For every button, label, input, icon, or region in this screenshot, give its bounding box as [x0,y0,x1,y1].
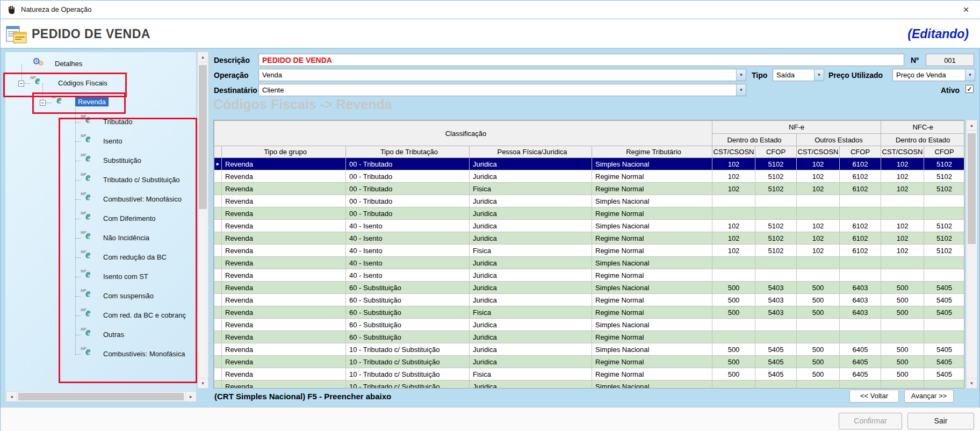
grid-row[interactable]: Revenda40 - IsentoFisicaRegime Normal102… [214,245,965,257]
grid-cell: 6102 [840,220,881,232]
grid-row[interactable]: ►Revenda00 - TributadoJuridicaSimples Na… [214,158,965,170]
grid-cell: Fisica [470,245,592,257]
tree-item-tributado-c-substitui-o[interactable]: NFeTributado c/ Substituição [5,174,196,186]
nfe-icon: NFe [81,328,99,341]
nfe-icon: NFe [81,347,99,360]
grid-row[interactable]: Revenda40 - IsentoJuridicaSimples Nacion… [214,257,965,269]
nfe-icon: NFe [81,154,99,167]
tree-expander-icon[interactable] [40,100,46,106]
tree-item-n-o-incid-ncia[interactable]: NFeNão Incidência [5,232,196,245]
destinatario-label: Destinatário [214,86,257,95]
grid-row[interactable]: Revenda00 - TributadoJuridicaSimples Nac… [214,195,965,207]
grid-row[interactable]: Revenda60 - SubstituiçãoJuridicaRegime N… [214,331,965,343]
grid-cell: Juridica [470,269,592,282]
grid-row[interactable]: Revenda10 - Tributado c/ SubstituiçãoJur… [214,356,965,368]
tree-item-detalhes[interactable]: ⚙⚙Detalhes [5,58,196,70]
tree-item-isento[interactable]: NFeIsento [5,135,196,148]
tree-item-combust-vel-monof-sico[interactable]: NFeCombustível: Monofásico [5,193,196,206]
tipo-combo[interactable]: Saída ▼ [773,69,824,81]
grid-cell [881,319,924,331]
tree-vscrollbar-track[interactable]: ▲ ▼ [197,52,208,389]
scroll-up-icon[interactable]: ▲ [966,120,977,131]
grid-row[interactable]: Revenda60 - SubstituiçãoJuridicaRegime N… [214,294,965,306]
scroll-left-icon[interactable]: ◄ [6,391,17,402]
tree-item-tributado[interactable]: NFeTributado [5,116,196,128]
grid-cell: Revenda [222,343,346,356]
scroll-down-icon[interactable]: ▼ [966,378,977,389]
tree-hscrollbar-track[interactable]: ◄ ► [5,391,196,402]
sair-button[interactable]: Sair [907,413,974,429]
chevron-down-icon[interactable]: ▼ [814,69,824,81]
grid-row[interactable]: Revenda60 - SubstituiçãoJuridicaSimples … [214,282,965,294]
grid-row[interactable]: Revenda40 - IsentoJuridicaRegime Normal1… [214,232,965,245]
grid-cell: 5102 [755,170,797,183]
grid-cell [712,257,755,269]
grid-row[interactable]: Revenda00 - TributadoJuridicaRegime Norm… [214,207,965,220]
operacao-combo[interactable]: Venda ▼ [258,69,746,81]
ativo-checkbox[interactable]: ✓ [965,85,974,93]
chevron-down-icon[interactable]: ▼ [736,84,746,96]
grid-cell: 500 [797,294,840,306]
tree-item-substitui-o[interactable]: NFeSubstituição [5,154,196,167]
scroll-down-icon[interactable]: ▼ [197,378,208,389]
grid-cell: 500 [881,343,924,356]
destinatario-combo[interactable]: Cliente ▼ [258,84,746,96]
tree-item-outras[interactable]: NFeOutras [5,328,196,341]
grid-row[interactable]: Revenda10 - Tributado c/ SubstituiçãoFis… [214,368,965,380]
tree-item-c-digos-fiscais[interactable]: NFeCódigos Fiscais [5,77,196,90]
grid-row[interactable]: Revenda00 - TributadoJuridicaRegime Norm… [214,170,965,183]
page-title: PEDIDO DE VENDA [32,27,150,41]
tree-item-com-diferimento[interactable]: NFeCom Diferimento [5,212,196,225]
tree-item-label: Não Incidência [103,234,149,242]
tree-hscrollbar-thumb[interactable] [18,393,184,400]
tree-item-revenda[interactable]: NFeRevenda [5,96,196,109]
chevron-down-icon[interactable]: ▼ [736,69,746,81]
numero-value: 001 [926,54,974,66]
app-header: PEDIDO DE VENDA (Editando) [1,19,980,49]
grid-cell: 102 [712,170,755,183]
grid-cell [797,257,840,269]
row-indicator [214,343,222,356]
grid-cell: 60 - Substituição [346,282,470,294]
tree-item-com-red-da-bc-e-cobran[interactable]: NFeCom red. da BC e cobranç [5,309,196,322]
grid-cell: 00 - Tributado [346,183,470,195]
grid-row[interactable]: Revenda00 - TributadoFisicaRegime Normal… [214,183,965,195]
tree-expander-icon[interactable] [18,81,24,87]
grid-cell [840,207,881,220]
scroll-right-icon[interactable]: ► [185,391,197,402]
grid-vscrollbar-track[interactable]: ▲ ▼ [966,120,977,389]
window-titlebar[interactable]: Natureza de Operação × [1,1,980,19]
grid-row[interactable]: Revenda60 - SubstituiçãoJuridicaSimples … [214,319,965,331]
tree-item-com-suspens-o[interactable]: NFeCom suspensão [5,290,196,303]
grid-row[interactable]: Revenda40 - IsentoJuridicaSimples Nacion… [214,220,965,232]
grid-vscrollbar-thumb[interactable] [968,133,976,244]
chevron-down-icon[interactable]: ▼ [965,69,975,81]
grid-row[interactable]: Revenda10 - Tributado c/ SubstituiçãoJur… [214,343,965,356]
tree-item-isento-com-st[interactable]: NFeIsento com ST [5,270,196,283]
grid-cell: 102 [712,245,755,257]
grid-row[interactable]: Revenda60 - SubstituiçãoFisicaRegime Nor… [214,306,965,319]
grid-header-cst2: CST/CSOSN [797,146,840,158]
tree-item-combust-veis-monof-sica[interactable]: NFeCombustíveis: Monofásica [5,348,196,361]
grid-cell: 102 [881,245,924,257]
grid-cell: 60 - Substituição [346,294,470,306]
close-icon[interactable]: × [959,3,973,17]
grid-row[interactable]: Revenda10 - Tributado c/ SubstituiçãoJur… [214,380,965,389]
grid-row[interactable]: Revenda40 - IsentoJuridicaRegime Normal [214,269,965,282]
descricao-input[interactable]: PEDIDO DE VENDA [258,54,904,66]
fiscal-grid[interactable]: Classificação NF-e NFC-e Dentro do Estad… [213,120,964,389]
grid-cell: Juridica [470,158,592,170]
tree-vscrollbar-thumb[interactable] [199,65,207,209]
tree-item-label: Detalhes [55,60,82,68]
tree-connector-stub [75,199,81,200]
voltar-button[interactable]: << Voltar [849,390,899,403]
grid-cell [712,319,755,331]
avancar-button[interactable]: Avançar >> [904,390,954,403]
grid-cell [924,269,964,282]
confirmar-button[interactable]: Confirmar [839,413,902,429]
nfe-icon: NFe [81,115,99,128]
scroll-up-icon[interactable]: ▲ [197,52,208,62]
tree-item-com-redu-o-da-bc[interactable]: NFeCom redução da BC [5,251,196,264]
preco-utilizado-combo[interactable]: Preço de Venda ▼ [892,69,975,81]
grid-cell: 40 - Isento [346,220,470,232]
